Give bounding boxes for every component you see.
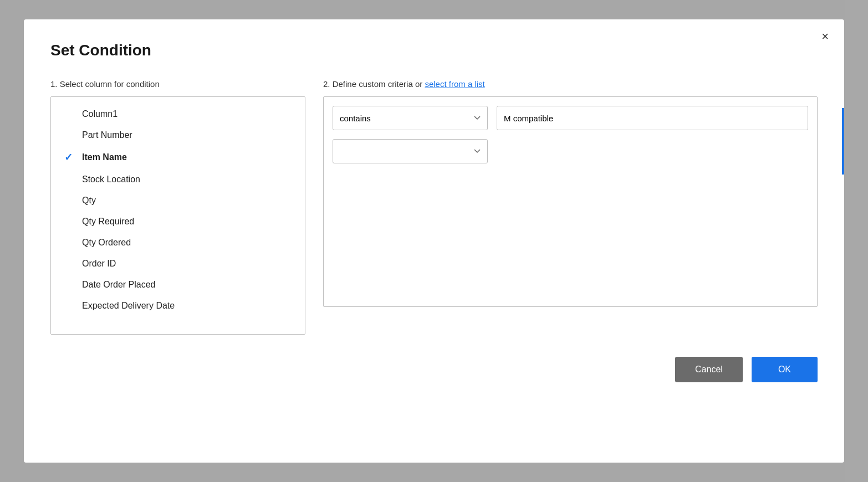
cancel-button[interactable]: Cancel (675, 357, 743, 382)
content-area: 1. Select column for condition Column1 P… (50, 79, 818, 335)
column-label-order-id: Order ID (82, 259, 116, 269)
column-item-part-number[interactable]: Part Number (51, 125, 305, 146)
column-item-date-order-placed[interactable]: Date Order Placed (51, 274, 305, 295)
right-panel: 2. Define custom criteria or select from… (323, 79, 818, 307)
criteria-row-1: contains equals starts with ends with do… (333, 106, 808, 130)
modal-dialog: × Set Condition 1. Select column for con… (24, 19, 844, 463)
column-item-qty[interactable]: Qty (51, 190, 305, 211)
column-label-expected-delivery-date: Expected Delivery Date (82, 301, 175, 311)
column-label-qty-ordered: Qty Ordered (82, 238, 131, 248)
close-button[interactable]: × (821, 30, 829, 43)
column-item-qty-ordered[interactable]: Qty Ordered (51, 232, 305, 253)
condition-dropdown[interactable]: contains equals starts with ends with do… (333, 106, 488, 130)
column-list: Column1 Part Number ✓ Item Name Stock Lo… (50, 96, 305, 335)
column-item-qty-required[interactable]: Qty Required (51, 211, 305, 232)
column-item-order-id[interactable]: Order ID (51, 253, 305, 274)
select-from-list-link[interactable]: select from a list (425, 79, 484, 89)
column-item-stock-location[interactable]: Stock Location (51, 169, 305, 190)
condition-input[interactable] (497, 106, 808, 130)
ok-button[interactable]: OK (752, 357, 818, 382)
second-condition-dropdown[interactable] (333, 139, 488, 163)
right-label-prefix: 2. Define custom criteria or (323, 79, 425, 89)
column-label-stock-location: Stock Location (82, 175, 140, 184)
column-label-part-number: Part Number (82, 130, 132, 140)
criteria-row-2 (333, 139, 808, 163)
column-item-expected-delivery-date[interactable]: Expected Delivery Date (51, 295, 305, 316)
column-item-item-name[interactable]: ✓ Item Name (51, 146, 305, 169)
modal-title: Set Condition (50, 42, 818, 59)
border-accent (842, 108, 844, 175)
column-label-qty-required: Qty Required (82, 217, 134, 227)
column-label-column1: Column1 (82, 109, 118, 119)
criteria-box: contains equals starts with ends with do… (323, 96, 818, 307)
button-row: Cancel OK (50, 357, 818, 382)
right-section-label: 2. Define custom criteria or select from… (323, 79, 818, 89)
left-section-label: 1. Select column for condition (50, 79, 305, 89)
left-panel: 1. Select column for condition Column1 P… (50, 79, 305, 335)
column-label-qty: Qty (82, 196, 96, 206)
column-label-item-name: Item Name (82, 152, 127, 162)
column-item-column1[interactable]: Column1 (51, 104, 305, 125)
modal-overlay: × Set Condition 1. Select column for con… (0, 0, 868, 482)
column-label-date-order-placed: Date Order Placed (82, 280, 156, 290)
check-icon-item-name: ✓ (64, 151, 75, 163)
